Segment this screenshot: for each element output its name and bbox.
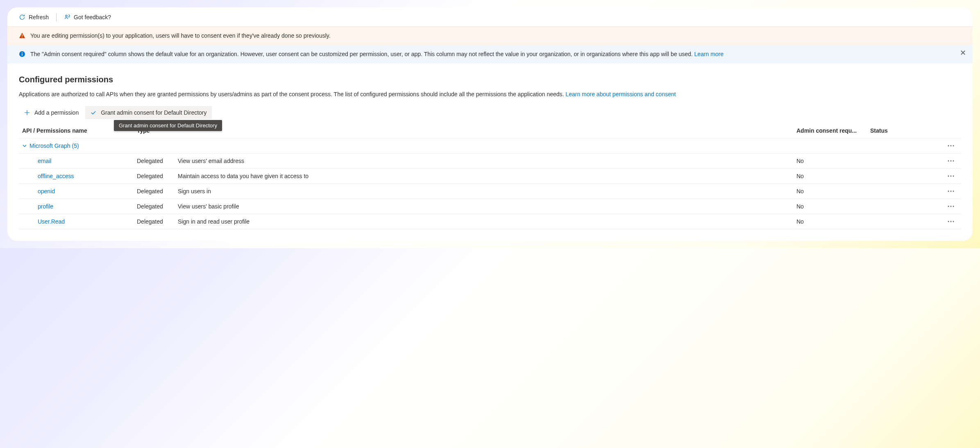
svg-point-9 — [948, 161, 949, 162]
permission-type: Delegated — [134, 169, 175, 184]
svg-point-7 — [951, 145, 952, 147]
grant-consent-label: Grant admin consent for Default Director… — [101, 109, 206, 116]
svg-point-13 — [951, 176, 952, 177]
permission-status — [867, 199, 941, 214]
row-more-button[interactable] — [944, 203, 958, 210]
add-permission-button[interactable]: Add a permission — [19, 106, 84, 119]
permission-admin-consent: No — [793, 154, 867, 169]
permission-name-link[interactable]: email — [22, 158, 51, 164]
permission-name-link[interactable]: User.Read — [22, 218, 65, 225]
permission-type: Delegated — [134, 154, 175, 169]
permission-description: Sign in and read user profile — [175, 214, 793, 229]
permission-status — [867, 184, 941, 199]
svg-point-11 — [953, 161, 954, 162]
svg-point-21 — [948, 221, 949, 222]
feedback-button[interactable]: Got feedback? — [64, 14, 111, 20]
section-desc-text: Applications are authorized to call APIs… — [19, 91, 565, 97]
section-description: Applications are authorized to call APIs… — [19, 90, 961, 99]
svg-point-20 — [953, 206, 954, 207]
permission-status — [867, 169, 941, 184]
warning-text: You are editing permission(s) to your ap… — [30, 32, 961, 40]
svg-point-6 — [948, 145, 949, 147]
permissions-learn-more-link[interactable]: Learn more about permissions and consent — [565, 91, 676, 97]
table-row: email Delegated View users' email addres… — [19, 154, 961, 169]
permission-name-link[interactable]: profile — [22, 203, 53, 210]
permission-admin-consent: No — [793, 169, 867, 184]
permissions-table: API / Permissions name Type Admin consen… — [19, 123, 961, 229]
info-text: The "Admin consent required" column show… — [30, 50, 961, 59]
group-more-button[interactable] — [944, 143, 958, 149]
permission-admin-consent: No — [793, 199, 867, 214]
svg-point-16 — [951, 191, 952, 192]
ellipsis-icon — [947, 143, 955, 149]
api-group-label: Microsoft Graph (5) — [29, 143, 79, 149]
api-group-toggle[interactable]: Microsoft Graph (5) — [22, 143, 937, 149]
warning-banner: You are editing permission(s) to your ap… — [7, 27, 973, 45]
warning-icon — [19, 32, 25, 39]
permission-name-link[interactable]: offline_access — [22, 173, 74, 179]
permission-type: Delegated — [134, 184, 175, 199]
refresh-button[interactable]: Refresh — [19, 14, 49, 20]
svg-point-14 — [953, 176, 954, 177]
row-more-button[interactable] — [944, 218, 958, 225]
feedback-icon — [64, 14, 70, 20]
info-icon — [19, 51, 25, 57]
permission-name-link[interactable]: openid — [22, 188, 55, 195]
col-header-status[interactable]: Status — [867, 123, 941, 138]
permission-status — [867, 154, 941, 169]
ellipsis-icon — [947, 188, 955, 195]
table-row: User.Read Delegated Sign in and read use… — [19, 214, 961, 229]
svg-point-8 — [953, 145, 954, 147]
grant-consent-tooltip: Grant admin consent for Default Director… — [114, 120, 222, 131]
permission-type: Delegated — [134, 199, 175, 214]
svg-point-12 — [948, 176, 949, 177]
permission-admin-consent: No — [793, 184, 867, 199]
info-text-body: The "Admin consent required" column show… — [30, 51, 694, 57]
permission-status — [867, 214, 941, 229]
chevron-down-icon — [22, 143, 27, 148]
permission-type: Delegated — [134, 214, 175, 229]
svg-point-22 — [951, 221, 952, 222]
permission-description: Maintain access to data you have given i… — [175, 169, 793, 184]
row-more-button[interactable] — [944, 188, 958, 195]
table-row: openid Delegated Sign users in No — [19, 184, 961, 199]
permission-description: View users' basic profile — [175, 199, 793, 214]
svg-point-19 — [951, 206, 952, 207]
info-learn-more-link[interactable]: Learn more — [694, 51, 724, 57]
svg-rect-2 — [22, 37, 22, 37]
plus-icon — [24, 109, 30, 116]
svg-rect-1 — [22, 34, 22, 36]
svg-point-17 — [953, 191, 954, 192]
check-icon — [90, 109, 97, 116]
api-group-row: Microsoft Graph (5) — [19, 138, 961, 154]
close-icon[interactable]: ✕ — [960, 48, 966, 57]
svg-rect-4 — [22, 54, 23, 56]
action-row: Add a permission Grant admin consent for… — [19, 106, 961, 119]
svg-point-23 — [953, 221, 954, 222]
ellipsis-icon — [947, 203, 955, 210]
svg-point-15 — [948, 191, 949, 192]
ellipsis-icon — [947, 218, 955, 225]
content-area: Configured permissions Applications are … — [7, 63, 973, 241]
info-banner: The "Admin consent required" column show… — [7, 45, 973, 63]
col-header-description[interactable] — [175, 123, 793, 138]
permission-description: Sign users in — [175, 184, 793, 199]
svg-point-18 — [948, 206, 949, 207]
grant-consent-button[interactable]: Grant admin consent for Default Director… — [85, 106, 211, 119]
add-permission-label: Add a permission — [34, 109, 79, 116]
col-header-actions — [941, 123, 961, 138]
col-header-admin-consent[interactable]: Admin consent requ... — [793, 123, 867, 138]
toolbar-divider — [56, 13, 57, 21]
table-row: offline_access Delegated Maintain access… — [19, 169, 961, 184]
svg-point-10 — [951, 161, 952, 162]
ellipsis-icon — [947, 158, 955, 164]
ellipsis-icon — [947, 173, 955, 179]
row-more-button[interactable] — [944, 173, 958, 179]
table-row: profile Delegated View users' basic prof… — [19, 199, 961, 214]
toolbar: Refresh Got feedback? — [7, 7, 973, 27]
svg-point-0 — [66, 15, 67, 17]
feedback-label: Got feedback? — [74, 14, 111, 20]
section-title: Configured permissions — [19, 75, 961, 84]
permission-admin-consent: No — [793, 214, 867, 229]
row-more-button[interactable] — [944, 158, 958, 164]
